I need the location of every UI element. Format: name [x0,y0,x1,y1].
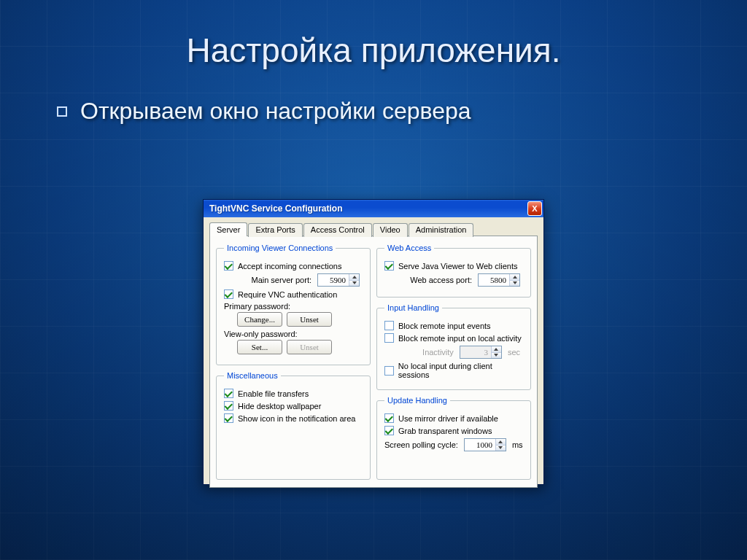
polling-spinner[interactable] [464,438,506,451]
group-update: Update Handling Use mirror driver if ava… [376,396,531,480]
bullet-text: Открываем окно настройки сервера [80,98,471,125]
main-port-input[interactable] [318,274,349,286]
label-main-port: Main server port: [251,276,311,284]
label-accept-connections: Accept incoming connections [238,262,341,271]
group-input: Input Handling Block remote input events… [376,303,531,390]
group-web: Web Access Serve Java Viewer to Web clie… [376,244,531,298]
group-incoming-legend: Incoming Viewer Connections [224,244,336,252]
left-column: Incoming Viewer Connections Accept incom… [216,244,371,480]
main-port-spin-buttons[interactable] [349,274,359,286]
titlebar[interactable]: TightVNC Service Configuration X [204,200,543,217]
tab-server[interactable]: Server [209,222,247,236]
group-web-legend: Web Access [384,244,434,252]
label-serve-java: Serve Java Viewer to Web clients [398,262,517,271]
set-viewonly-password-button[interactable]: Set... [237,340,282,354]
polling-spin-buttons[interactable] [495,439,506,451]
checkbox-grab-transparent[interactable] [384,426,394,435]
checkbox-accept-connections[interactable] [224,261,233,271]
checkbox-no-local-input[interactable] [384,366,394,376]
label-require-auth: Require VNC authentication [238,290,337,299]
web-port-spinner[interactable] [478,273,520,287]
main-port-spinner[interactable] [317,273,360,287]
label-viewonly-password: View-only password: [224,330,363,338]
tab-access-control[interactable]: Access Control [303,223,372,237]
checkbox-block-remote-input[interactable] [384,321,394,330]
bullet-icon [57,106,67,117]
close-button[interactable]: X [527,201,542,216]
checkbox-require-auth[interactable] [224,289,233,299]
tab-administration[interactable]: Administration [409,223,474,237]
label-block-on-local-activity: Block remote input on local activity [398,334,522,343]
label-block-remote-input: Block remote input events [398,322,491,330]
label-no-local-input: No local input during client sessions [398,362,523,379]
web-port-input[interactable] [479,274,509,286]
checkbox-serve-java[interactable] [384,261,394,271]
checkbox-tray-icon[interactable] [224,413,233,423]
close-icon: X [532,204,537,213]
checkbox-file-transfers[interactable] [224,389,233,398]
inactivity-input [460,346,491,358]
inactivity-spin-buttons [491,346,501,358]
label-web-port: Web access port: [410,276,472,284]
label-inactivity-unit: sec [508,348,520,357]
bullet-row: Открываем окно настройки сервера [57,98,747,125]
label-polling-cycle: Screen polling cycle: [384,440,458,449]
polling-input[interactable] [465,439,495,451]
tab-panel-server: Incoming Viewer Connections Accept incom… [209,236,538,488]
checkbox-hide-wallpaper[interactable] [224,401,233,411]
inactivity-spinner [460,346,502,359]
tabs: Server Extra Ports Access Control Video … [204,217,543,236]
checkbox-mirror-driver[interactable] [384,413,394,423]
unset-viewonly-password-button[interactable]: Unset [287,340,332,354]
label-polling-unit: ms [512,440,523,449]
label-tray-icon: Show icon in the notification area [238,414,355,423]
label-primary-password: Primary password: [224,302,363,311]
label-mirror-driver: Use mirror driver if available [398,414,498,423]
unset-primary-password-button[interactable]: Unset [287,312,332,327]
label-file-transfers: Enable file transfers [238,389,309,398]
group-misc: Miscellaneous Enable file transfers Hide… [216,371,371,480]
change-primary-password-button[interactable]: Change... [237,312,282,327]
checkbox-block-on-local-activity[interactable] [384,333,394,343]
group-incoming: Incoming Viewer Connections Accept incom… [216,244,371,365]
titlebar-text: TightVNC Service Configuration [209,203,527,214]
tab-video[interactable]: Video [373,223,408,237]
label-inactivity: Inactivity [422,348,454,357]
config-dialog: TightVNC Service Configuration X Server … [203,199,544,485]
tab-extra-ports[interactable]: Extra Ports [248,223,302,237]
label-grab-transparent: Grab transparent windows [398,427,492,435]
slide-title: Настройка приложения. [0,0,747,70]
group-update-legend: Update Handling [384,396,450,405]
web-port-spin-buttons[interactable] [509,274,519,286]
group-misc-legend: Miscellaneous [224,371,281,380]
right-column: Web Access Serve Java Viewer to Web clie… [376,244,531,480]
group-input-legend: Input Handling [384,303,442,312]
label-hide-wallpaper: Hide desktop wallpaper [238,402,321,411]
